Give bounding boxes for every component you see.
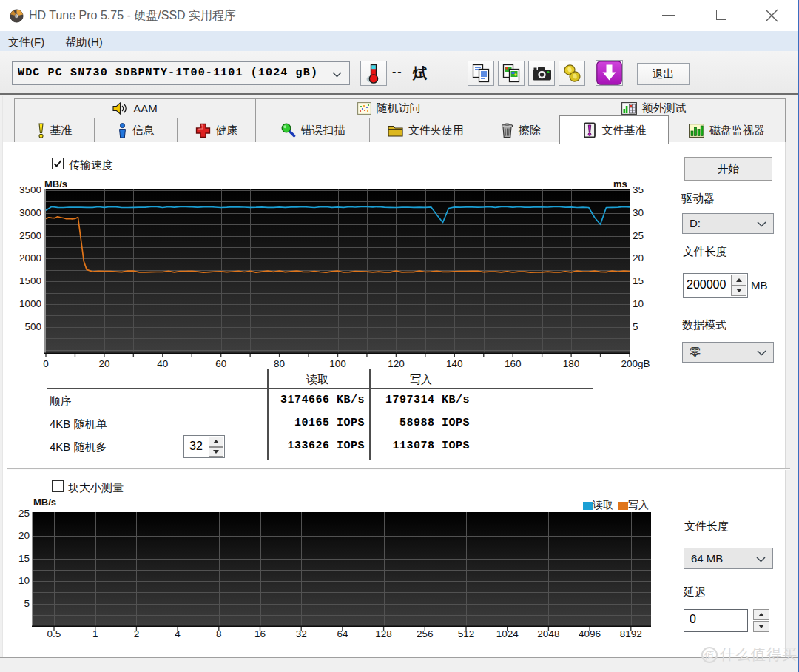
axis-tick-label: 2000: [12, 252, 41, 263]
tab-error-scan[interactable]: 错误扫描: [255, 118, 370, 143]
data-pattern-value: 零: [690, 346, 701, 360]
tab-control-left-edge: [2, 96, 3, 657]
table-header-read: 读取: [288, 373, 347, 387]
chevron-down-icon: [757, 221, 766, 227]
chart2-y-unit: MB/s: [33, 497, 56, 508]
compare-button[interactable]: [559, 61, 585, 86]
exit-button[interactable]: 退出: [637, 63, 690, 85]
file-length-label: 文件长度: [683, 245, 727, 259]
tab-erase[interactable]: 擦除: [482, 118, 560, 143]
copy-text-icon: [471, 64, 491, 84]
axis-tick-label: 3000: [12, 207, 41, 218]
spin-up-button[interactable]: [209, 437, 223, 447]
tab-benchmark[interactable]: 基准: [14, 118, 95, 143]
axis-tick-label: 20: [633, 252, 662, 263]
axis-tick-label: 8: [197, 628, 241, 639]
axis-tick-label: 0.5: [32, 628, 76, 639]
axis-tick-label: 1024: [485, 628, 530, 639]
axis-tick-label: 64: [320, 628, 365, 639]
axis-tick-label: 2: [114, 628, 158, 639]
temperature-unit: 烒: [413, 64, 428, 84]
temperature-button[interactable]: [360, 61, 387, 86]
delay-updown: [753, 609, 769, 632]
block-file-length-dropdown[interactable]: 64 MB: [684, 548, 773, 569]
tab-disk-monitor[interactable]: 磁盘监视器: [668, 118, 786, 143]
axis-tick-label: 4096: [567, 628, 612, 639]
axis-tick-label: 32: [279, 628, 323, 639]
axis-tick-label: 20: [82, 358, 127, 369]
drive-dropdown-value: D:: [690, 217, 701, 229]
copy-text-button[interactable]: [468, 61, 494, 86]
arrow-up-icon: [213, 440, 219, 443]
value-4kb-multi-read: 133626 IOPS: [246, 440, 365, 452]
spin-down-button[interactable]: [209, 447, 223, 457]
value-4kb-single-write: 58988 IOPS: [351, 417, 470, 429]
file-length-spinner[interactable]: 200000: [683, 273, 748, 298]
spin-down-button[interactable]: [731, 286, 746, 297]
chevron-down-icon: [757, 350, 766, 356]
axis-tick-label: 1000: [12, 298, 41, 309]
legend-read-swatch: [583, 502, 593, 510]
tab-label: 文件基准: [602, 124, 647, 138]
axis-tick-label: 25: [0, 508, 30, 519]
copy-image-button[interactable]: [498, 61, 525, 86]
copy-image-icon: [502, 64, 522, 84]
axis-tick-label: 5: [633, 321, 662, 332]
tab-info[interactable]: 信息: [94, 118, 178, 143]
spin-up-button[interactable]: [753, 609, 769, 620]
tab-file-benchmark[interactable]: 文件基准: [559, 115, 669, 144]
app-icon: [10, 9, 24, 23]
info-icon: [118, 123, 127, 138]
menu-bar: 文件(F) 帮助(H): [0, 31, 798, 51]
tab-aam[interactable]: AAM: [14, 98, 256, 118]
axis-tick-label: 5: [0, 598, 30, 609]
tab-health[interactable]: 健康: [177, 118, 256, 143]
watermark: 值 什么值得买: [701, 645, 798, 665]
tab-label: 擦除: [519, 124, 541, 138]
update-button[interactable]: [596, 60, 623, 86]
watermark-text: 什么值得买: [720, 645, 798, 665]
start-button[interactable]: 开始: [684, 157, 772, 181]
axis-tick-label: 35: [633, 184, 662, 195]
axis-tick-label: 8192: [609, 628, 653, 639]
tab-random-access[interactable]: 随机访问: [255, 98, 522, 118]
axis-tick-label: 10: [633, 298, 662, 309]
spin-up-button[interactable]: [731, 275, 746, 286]
toolbar: WDC PC SN730 SDBPNTY-1T00-1101 (1024 gB)…: [0, 51, 798, 93]
tab-folder-usage[interactable]: 文件夹使用: [369, 118, 482, 143]
extra-tests-icon: [621, 102, 637, 115]
tab-label: 基准: [50, 124, 73, 138]
drive-dropdown[interactable]: D:: [682, 213, 774, 234]
data-pattern-dropdown[interactable]: 零: [682, 342, 774, 363]
delay-input[interactable]: 0: [684, 609, 748, 632]
table-header-write: 写入: [391, 373, 451, 387]
axis-tick-label: 160: [490, 358, 535, 369]
menu-item-help[interactable]: 帮助(H): [65, 36, 103, 51]
drive-select[interactable]: WDC PC SN730 SDBPNTY-1T00-1101 (1024 gB): [12, 61, 350, 85]
block-size-checkbox[interactable]: [52, 480, 64, 492]
axis-tick-label: 2048: [526, 628, 570, 639]
error-scan-icon: [280, 123, 296, 138]
camera-icon: [532, 65, 552, 82]
axis-tick-label: 1500: [12, 275, 41, 286]
value-4kb-multi-write: 113078 IOPS: [351, 440, 470, 452]
menu-item-file[interactable]: 文件(F): [8, 36, 44, 51]
transfer-speed-checkbox[interactable]: [52, 158, 64, 169]
drive-select-value: WDC PC SN730 SDBPNTY-1T00-1101 (1024 gB): [18, 67, 318, 79]
spin-down-button[interactable]: [753, 621, 769, 632]
queue-depth-updown: [209, 437, 223, 457]
tab-label: AAM: [133, 102, 158, 115]
minimize-button[interactable]: [651, 0, 685, 31]
axis-tick-label: 120: [374, 358, 418, 369]
axis-tick-label: 10: [0, 575, 30, 586]
close-button[interactable]: [755, 0, 789, 31]
transfer-speed-chart: [44, 189, 630, 358]
group-separator: [7, 468, 790, 470]
value-sequential-write: 1797314 KB/s: [351, 394, 470, 406]
queue-depth-spinner[interactable]: 32: [183, 435, 225, 458]
screenshot-button[interactable]: [528, 61, 555, 86]
tab-label: 磁盘监视器: [709, 124, 765, 138]
arrow-down-icon: [758, 625, 764, 628]
axis-tick-label: 1: [73, 628, 118, 639]
maximize-button[interactable]: [704, 0, 738, 31]
